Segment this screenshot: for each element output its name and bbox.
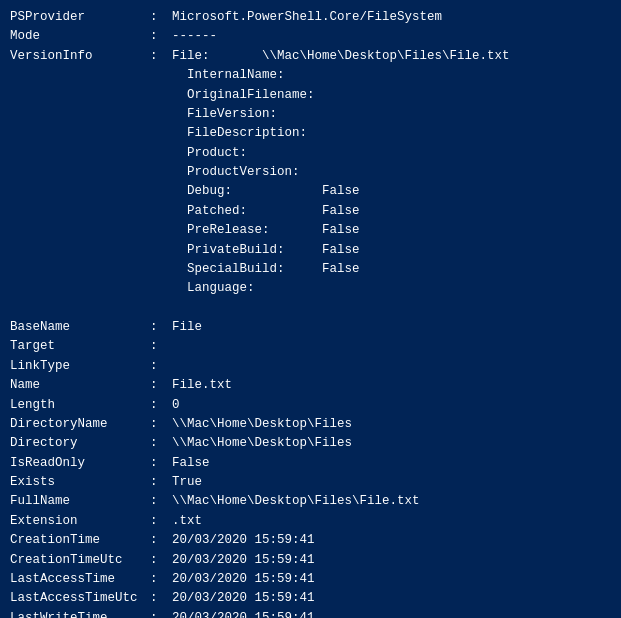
terminal-line: LinkType: [10, 357, 611, 376]
terminal-line: BaseName: File [10, 318, 611, 337]
property-key: Target [10, 337, 150, 356]
terminal-line: Language: [10, 279, 611, 298]
terminal-line: OriginalFilename: [10, 86, 611, 105]
sub-value: SpecialBuild: False [10, 260, 360, 279]
terminal-line: Length: 0 [10, 396, 611, 415]
property-key: VersionInfo [10, 47, 150, 66]
property-value: False [172, 454, 210, 473]
property-value: 0 [172, 396, 180, 415]
terminal-line: PrivateBuild: False [10, 241, 611, 260]
property-key: LastAccessTime [10, 570, 150, 589]
terminal-line: Directory: \\Mac\Home\Desktop\Files [10, 434, 611, 453]
separator: : [150, 396, 172, 415]
separator: : [150, 8, 172, 27]
separator: : [150, 318, 172, 337]
terminal-line: Name: File.txt [10, 376, 611, 395]
terminal-line: Debug: False [10, 182, 611, 201]
separator: : [150, 512, 172, 531]
property-value: 20/03/2020 15:59:41 [172, 589, 315, 608]
terminal-line: VersionInfo: File: \\Mac\Home\Desktop\Fi… [10, 47, 611, 66]
separator: : [150, 357, 172, 376]
property-value: 20/03/2020 15:59:41 [172, 531, 315, 550]
separator: : [150, 337, 172, 356]
terminal-line: Product: [10, 144, 611, 163]
terminal-line: IsReadOnly: False [10, 454, 611, 473]
terminal-line: PSProvider: Microsoft.PowerShell.Core/Fi… [10, 8, 611, 27]
property-value: 20/03/2020 15:59:41 [172, 609, 315, 618]
terminal-line: FullName: \\Mac\Home\Desktop\Files\File.… [10, 492, 611, 511]
property-value: \\Mac\Home\Desktop\Files [172, 415, 352, 434]
terminal-line: DirectoryName: \\Mac\Home\Desktop\Files [10, 415, 611, 434]
separator: : [150, 570, 172, 589]
sub-value: FileVersion: [10, 105, 277, 124]
terminal-line: InternalName: [10, 66, 611, 85]
property-key: PSProvider [10, 8, 150, 27]
separator: : [150, 531, 172, 550]
sub-value: Language: [10, 279, 255, 298]
separator: : [150, 415, 172, 434]
sub-value: Product: [10, 144, 247, 163]
terminal-line: CreationTimeUtc: 20/03/2020 15:59:41 [10, 551, 611, 570]
sub-value: PrivateBuild: False [10, 241, 360, 260]
property-value: ------ [172, 27, 217, 46]
sub-value: PreRelease: False [10, 221, 360, 240]
sub-value: FileDescription: [10, 124, 307, 143]
separator: : [150, 551, 172, 570]
terminal-line: ProductVersion: [10, 163, 611, 182]
separator: : [150, 609, 172, 618]
property-key: FullName [10, 492, 150, 511]
sub-value: ProductVersion: [10, 163, 300, 182]
terminal-line: LastAccessTime: 20/03/2020 15:59:41 [10, 570, 611, 589]
property-key: Name [10, 376, 150, 395]
property-value: \\Mac\Home\Desktop\Files\File.txt [172, 492, 420, 511]
terminal-line: SpecialBuild: False [10, 260, 611, 279]
terminal-line: Mode: ------ [10, 27, 611, 46]
separator: : [150, 434, 172, 453]
separator: : [150, 27, 172, 46]
property-key: Exists [10, 473, 150, 492]
property-key: Length [10, 396, 150, 415]
terminal-line: FileVersion: [10, 105, 611, 124]
terminal-line: Extension: .txt [10, 512, 611, 531]
separator: : [150, 492, 172, 511]
property-key: Extension [10, 512, 150, 531]
separator: : [150, 473, 172, 492]
property-value: \\Mac\Home\Desktop\Files [172, 434, 352, 453]
property-value: File [172, 318, 202, 337]
property-key: Directory [10, 434, 150, 453]
property-key: DirectoryName [10, 415, 150, 434]
property-value: .txt [172, 512, 202, 531]
terminal-line: LastAccessTimeUtc: 20/03/2020 15:59:41 [10, 589, 611, 608]
property-key: IsReadOnly [10, 454, 150, 473]
property-value: File.txt [172, 376, 232, 395]
property-key: LinkType [10, 357, 150, 376]
terminal-line: Target: [10, 337, 611, 356]
separator: : [150, 47, 172, 66]
terminal-line: FileDescription: [10, 124, 611, 143]
property-value: True [172, 473, 202, 492]
terminal-output: PSProvider: Microsoft.PowerShell.Core/Fi… [10, 8, 611, 618]
blank-line [10, 299, 611, 318]
sub-value: InternalName: [10, 66, 285, 85]
property-value: Microsoft.PowerShell.Core/FileSystem [172, 8, 442, 27]
terminal-line: PreRelease: False [10, 221, 611, 240]
property-value: File: \\Mac\Home\Desktop\Files\File.txt [172, 47, 510, 66]
property-key: Mode [10, 27, 150, 46]
separator: : [150, 454, 172, 473]
property-key: LastWriteTime [10, 609, 150, 618]
property-key: LastAccessTimeUtc [10, 589, 150, 608]
separator: : [150, 589, 172, 608]
sub-value: Debug: False [10, 182, 360, 201]
property-value: 20/03/2020 15:59:41 [172, 570, 315, 589]
terminal-line: CreationTime: 20/03/2020 15:59:41 [10, 531, 611, 550]
terminal-line: Patched: False [10, 202, 611, 221]
property-key: CreationTime [10, 531, 150, 550]
property-key: CreationTimeUtc [10, 551, 150, 570]
sub-value: Patched: False [10, 202, 360, 221]
property-key: BaseName [10, 318, 150, 337]
terminal-line: LastWriteTime: 20/03/2020 15:59:41 [10, 609, 611, 618]
terminal-line: Exists: True [10, 473, 611, 492]
property-value: 20/03/2020 15:59:41 [172, 551, 315, 570]
sub-value: OriginalFilename: [10, 86, 315, 105]
separator: : [150, 376, 172, 395]
